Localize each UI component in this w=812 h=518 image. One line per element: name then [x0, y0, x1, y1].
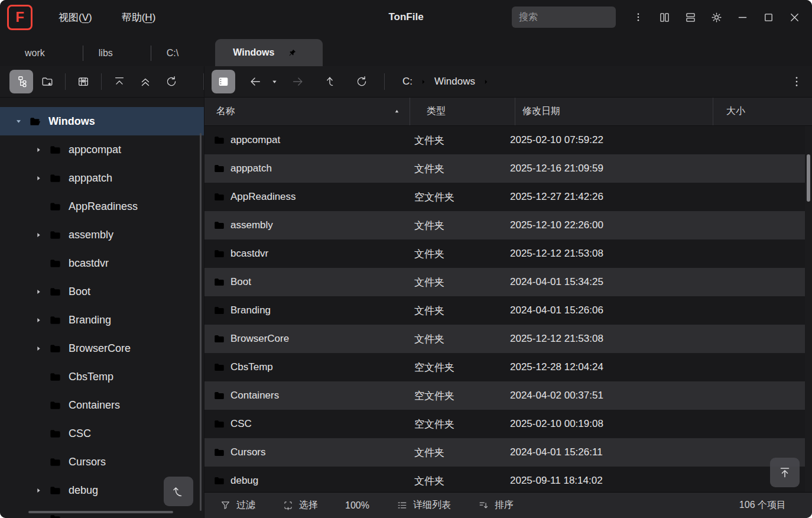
minimize-button[interactable]: [730, 5, 754, 29]
tree-item-csc[interactable]: CSC: [0, 419, 204, 448]
tab-close-icon[interactable]: [128, 47, 141, 60]
tab-label: work: [25, 48, 45, 59]
main-area: UsersWindowsappcompatapppatchAppReadines…: [0, 66, 812, 518]
menu-item-v[interactable]: 视图(V): [53, 7, 98, 28]
collapse-arrow-icon[interactable]: [8, 118, 28, 125]
up-button[interactable]: [318, 70, 342, 93]
file-row-containers[interactable]: Containers空文件夹2024-04-02 00:37:51: [204, 381, 805, 410]
expand-arrow-icon[interactable]: [28, 174, 48, 182]
breadcrumb-drive[interactable]: C:: [398, 73, 417, 90]
split-horizontal-button[interactable]: [678, 5, 702, 29]
favorites-folder-button[interactable]: [35, 70, 59, 93]
tree-item-windows[interactable]: Windows: [0, 107, 204, 135]
expand-arrow-icon[interactable]: [28, 487, 48, 494]
refresh-tree-button[interactable]: [160, 70, 183, 93]
folder-icon: [48, 285, 67, 299]
breadcrumb-folder[interactable]: Windows: [430, 73, 480, 90]
collapse-to-top-button[interactable]: [108, 70, 131, 93]
list-scrollbar-thumb[interactable]: [807, 154, 810, 202]
maximize-button[interactable]: [756, 5, 780, 29]
back-button[interactable]: [243, 70, 267, 93]
file-type: 文件夹: [398, 126, 503, 154]
tab-work[interactable]: work: [11, 40, 82, 66]
tree-item-branding[interactable]: Branding: [0, 306, 204, 334]
file-row-branding[interactable]: Branding文件夹2024-04-01 15:26:06: [204, 296, 805, 325]
scroll-to-top-button[interactable]: [770, 458, 800, 487]
tree-item-users[interactable]: Users: [0, 98, 204, 107]
settings-button[interactable]: [704, 5, 728, 29]
tree-vertical-scrollbar[interactable]: [200, 133, 202, 511]
file-modified-date: 2025-09-11 18:14:02: [503, 467, 701, 492]
file-row-appreadiness[interactable]: AppReadiness空文件夹2025-12-27 21:42:26: [204, 183, 805, 211]
expand-arrow-icon[interactable]: [28, 345, 48, 352]
tree-item-boot[interactable]: Boot: [0, 277, 204, 306]
refresh-button[interactable]: [350, 70, 373, 93]
expand-arrow-icon[interactable]: [28, 288, 48, 296]
expand-arrow-icon[interactable]: [28, 316, 48, 324]
file-row-cursors[interactable]: Cursors文件夹2024-04-01 15:26:11: [204, 438, 805, 467]
file-type: 文件夹: [398, 438, 503, 467]
tree-item-containers[interactable]: Containers: [0, 391, 204, 419]
tree-item-browsercore[interactable]: BrowserCore: [0, 334, 204, 362]
statusbar: 过滤 选择 100% 详细列表 排序 106 个项目: [204, 492, 812, 518]
file-row-appcompat[interactable]: appcompat文件夹2025-02-10 07:59:22: [204, 126, 805, 154]
tab-label: C:\: [167, 48, 178, 59]
expand-arrow-icon[interactable]: [28, 231, 48, 239]
toolbox-button[interactable]: [72, 70, 95, 93]
breadcrumb: C: Windows: [398, 73, 490, 90]
forward-button[interactable]: [286, 70, 310, 93]
tree-item-appcompat[interactable]: appcompat: [0, 135, 204, 164]
file-row-boot[interactable]: Boot文件夹2024-04-01 15:34:25: [204, 268, 805, 296]
file-row-cbstemp[interactable]: CbsTemp空文件夹2025-12-28 12:04:24: [204, 353, 805, 381]
toolbar-more-button[interactable]: [785, 70, 808, 93]
tab-windows[interactable]: Windows: [215, 39, 323, 66]
menu-item-h[interactable]: 帮助(H): [116, 7, 162, 28]
panel-toggle-button[interactable]: [212, 70, 235, 93]
select-button[interactable]: 选择: [282, 499, 318, 511]
collapse-all-button[interactable]: [134, 70, 157, 93]
close-button[interactable]: [782, 5, 806, 29]
file-row-bcastdvr[interactable]: bcastdvr文件夹2025-12-12 21:53:08: [204, 239, 805, 268]
tree-sidebar: UsersWindowsappcompatapppatchAppReadines…: [0, 66, 204, 518]
file-row-debug[interactable]: debug文件夹2025-09-11 18:14:02: [204, 467, 805, 492]
file-row-apppatch[interactable]: apppatch文件夹2025-12-16 21:09:59: [204, 154, 805, 183]
tab-c[interactable]: C:\: [152, 40, 215, 66]
column-header-name[interactable]: 名称: [204, 98, 410, 125]
more-menu-button[interactable]: [626, 5, 650, 29]
tree-horizontal-scrollbar[interactable]: [28, 511, 173, 513]
tree-item-appreadiness[interactable]: AppReadiness: [0, 192, 204, 221]
app-logo[interactable]: F: [7, 5, 33, 30]
split-vertical-button[interactable]: [652, 5, 676, 29]
caret-down-icon: [271, 79, 278, 85]
file-row-browsercore[interactable]: BrowserCore文件夹2025-12-12 21:53:08: [204, 325, 805, 353]
tree-view-button[interactable]: [9, 70, 33, 93]
tab-close-icon[interactable]: [194, 47, 207, 60]
column-header-modified[interactable]: 修改日期: [515, 98, 713, 125]
kebab-icon: [633, 12, 644, 22]
file-row-assembly[interactable]: assembly文件夹2025-12-10 22:26:00: [204, 211, 805, 239]
sort-button[interactable]: 排序: [478, 499, 514, 511]
column-header-size[interactable]: 大小: [713, 98, 812, 125]
tree-item-assembly[interactable]: assembly: [0, 221, 204, 249]
expand-arrow-icon[interactable]: [28, 146, 48, 154]
new-tab-button[interactable]: [327, 41, 351, 64]
folder-dashed-icon: [48, 427, 67, 441]
tree-scroll-up-button[interactable]: [164, 477, 193, 506]
column-header-type[interactable]: 类型: [410, 98, 515, 125]
tab-close-icon[interactable]: [60, 47, 73, 60]
tree-item-apppatch[interactable]: apppatch: [0, 164, 204, 192]
view-mode-button[interactable]: 详细列表: [397, 499, 451, 511]
tree-item-cursors[interactable]: Cursors: [0, 448, 204, 476]
tab-close-icon[interactable]: [301, 46, 314, 59]
filter-button[interactable]: 过滤: [220, 499, 255, 511]
search-input[interactable]: [512, 7, 616, 28]
file-size: [701, 381, 805, 410]
back-history-dropdown[interactable]: [268, 70, 280, 93]
tree-item-cbstemp[interactable]: CbsTemp: [0, 362, 204, 391]
pin-icon[interactable]: [285, 46, 299, 60]
tab-libs[interactable]: libs: [85, 40, 150, 66]
file-row-csc[interactable]: CSC空文件夹2025-02-10 00:19:08: [204, 410, 805, 438]
tree-item-bcastdvr[interactable]: bcastdvr: [0, 249, 204, 277]
file-name: Branding: [230, 305, 398, 316]
zoom-level[interactable]: 100%: [345, 500, 369, 511]
